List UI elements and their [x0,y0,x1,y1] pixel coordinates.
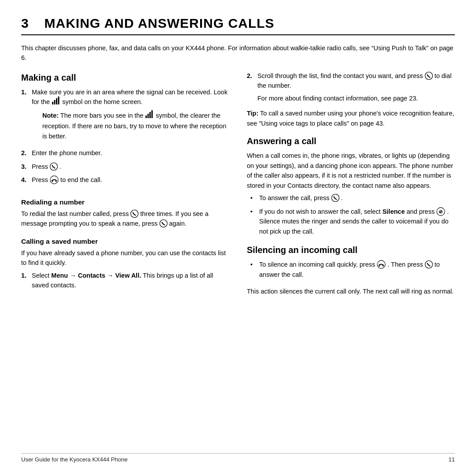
answering-bullets: To answer the call, press . If you do no… [247,193,455,240]
calling-saved-step2: 2. Scroll through the list, find the con… [247,71,455,103]
svg-rect-3 [58,97,60,104]
silence-bullet-1: To silence an incoming call quickly, pre… [247,260,455,279]
answer-bullet-2: If you do not wish to answer the call, s… [247,207,455,236]
svg-rect-6 [149,112,151,118]
svg-rect-2 [56,98,57,104]
phone-icon-silence-answer [425,260,433,268]
page-footer: User Guide for the Kyocera KX444 Phone 1… [21,453,455,463]
right-column: 2. Scroll through the list, find the con… [247,71,455,449]
svg-rect-4 [145,115,147,118]
making-call-heading: Making a call [21,73,229,83]
signal-icon-note [145,110,154,121]
silencing-heading: Silencing an incoming call [247,245,455,255]
intro-paragraph: This chapter discusses phone, fax, and d… [21,43,455,63]
phone-icon-redial1 [130,210,138,218]
end-call-icon-silence [377,260,386,269]
svg-rect-7 [152,110,153,118]
calling-saved-steps: 1. Select Menu → Contacts → View All. Th… [21,271,229,294]
svg-rect-0 [52,102,53,104]
svg-point-8 [50,163,58,170]
signal-icon-1 [52,97,60,107]
left-column: Making a call 1. Make sure you are in an… [21,71,229,449]
svg-point-10 [131,210,138,217]
answering-call-heading: Answering a call [247,136,455,146]
step-3: 3. Press . [21,162,229,171]
tip-block: Tip: To call a saved number using your p… [247,108,455,128]
calling-saved-continued: 2. Scroll through the list, find the con… [247,71,455,107]
silencing-closing: This action silences the current call on… [247,286,455,296]
phone-icon-step3 [50,163,58,171]
page: 3 Making and Answering Calls This chapte… [0,0,476,476]
answer-bullet-1: To answer the call, press . [247,193,455,203]
chapter-title: 3 Making and Answering Calls [21,16,455,31]
chapter-header: 3 Making and Answering Calls [21,16,455,35]
making-call-steps: 1. Make sure you are in an area where th… [21,87,229,189]
footer-left: User Guide for the Kyocera KX444 Phone [21,456,127,463]
calling-saved-heading: Calling a saved number [21,238,229,245]
silencing-bullets: To silence an incoming call quickly, pre… [247,260,455,283]
calling-saved-subnote: For more about finding contact informati… [257,93,455,103]
svg-point-17 [425,261,432,268]
phone-icon-redial2 [160,219,167,227]
calling-saved-step1: 1. Select Menu → Contacts → View All. Th… [21,271,229,290]
content-area: Making a call 1. Make sure you are in an… [21,71,455,449]
phone-icon-saved [425,72,433,80]
step-4: 4. Press to end the call. [21,175,229,185]
silence-icon [436,207,445,216]
chapter-title-text: Making and Answering Calls [45,16,275,30]
svg-rect-5 [148,114,149,118]
calling-saved-intro: If you have already saved a phone number… [21,248,229,268]
svg-point-11 [160,220,167,227]
note-block-1: Note: The more bars you see in the [42,111,229,141]
step-1: 1. Make sure you are in an area where th… [21,87,229,145]
answering-call-intro: When a call comes in, the phone rings, v… [247,151,455,190]
phone-icon-answer [331,194,339,202]
svg-point-12 [425,72,432,80]
end-call-icon-step4 [50,175,59,184]
redialing-heading: Redialing a number [21,198,229,206]
chapter-number: 3 [21,16,29,30]
svg-rect-1 [54,100,56,104]
step-2: 2. Enter the phone number. [21,148,229,158]
footer-page-number: 11 [449,456,455,463]
svg-point-13 [331,194,339,202]
redialing-text: To redial the last number called, press … [21,209,229,229]
